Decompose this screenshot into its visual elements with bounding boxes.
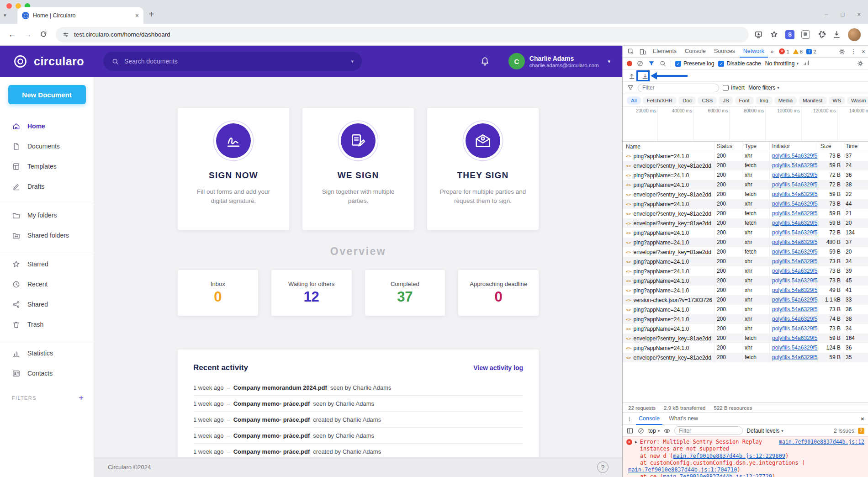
stat-card-waiting-for-others[interactable]: Waiting for others 12 xyxy=(271,270,352,316)
error-source-link[interactable]: main.7ef9010e8837d44b.js:12 xyxy=(779,439,864,445)
activity-row[interactable]: 1 week ago – Company memo- práce.pdf see… xyxy=(193,428,523,444)
network-request-row[interactable]: <>envelope/?sentry_key=81ae2dd... 200 fe… xyxy=(623,247,868,257)
devtools-tab-console[interactable]: Console xyxy=(681,46,709,58)
sidebar-item-starred[interactable]: Starred xyxy=(0,254,94,274)
network-request-row[interactable]: <>ping?appName=24.1.0 200 xhr polyfills.… xyxy=(623,276,868,286)
initiator-link[interactable]: polyfills.54a6329f5 xyxy=(772,354,817,360)
network-request-row[interactable]: <>ping?appName=24.1.0 200 xhr polyfills.… xyxy=(623,314,868,324)
initiator-link[interactable]: polyfills.54a6329f5 xyxy=(772,172,817,178)
extension-icon[interactable] xyxy=(801,30,810,39)
drawer-close-icon[interactable]: × xyxy=(861,415,864,423)
network-request-row[interactable]: <>ping?appName=24.1.0 200 xhr polyfills.… xyxy=(623,170,868,180)
new-document-button[interactable]: New Document xyxy=(8,85,86,104)
tab-close-icon[interactable]: × xyxy=(135,12,139,19)
column-type[interactable]: Type xyxy=(742,142,770,151)
user-menu[interactable]: C Charlie Adams charlie.adams@circularo.… xyxy=(508,53,610,69)
live-expression-eye-icon[interactable] xyxy=(663,427,671,435)
clear-network-log-icon[interactable] xyxy=(636,60,644,67)
devtools-menu-icon[interactable]: ⋮ xyxy=(851,48,857,55)
sidebar-item-templates[interactable]: Templates xyxy=(0,156,94,176)
network-request-row[interactable]: <>envelope/?sentry_key=81ae2dd... 200 fe… xyxy=(623,161,868,170)
network-request-row[interactable]: <>ping?appName=24.1.0 200 xhr polyfills.… xyxy=(623,266,868,276)
initiator-link[interactable]: polyfills.54a6329f5 xyxy=(772,229,817,236)
sign-card-sign-now[interactable]: SIGN NOW Fill out forms and add your dig… xyxy=(178,108,289,230)
filter-pill-wasm[interactable]: Wasm xyxy=(847,96,868,105)
network-request-row[interactable]: <>envelope/?sentry_key=81ae2dd... 200 fe… xyxy=(623,353,868,362)
filter-pill-font[interactable]: Font xyxy=(735,96,754,105)
filter-pill-manifest[interactable]: Manifest xyxy=(799,96,826,105)
help-button[interactable]: ? xyxy=(597,461,609,473)
preserve-log-checkbox[interactable]: ✓Preserve log xyxy=(675,60,714,67)
filter-funnel-icon[interactable] xyxy=(648,60,655,67)
column-size[interactable]: Size xyxy=(818,142,843,151)
stat-card-inbox[interactable]: Inbox 0 xyxy=(178,270,258,316)
sidebar-item-drafts[interactable]: Drafts xyxy=(0,176,94,196)
record-network-log-button[interactable] xyxy=(627,61,632,66)
throttling-dropdown[interactable]: No throttling▾ xyxy=(765,60,799,67)
network-request-row[interactable]: <>ping?appName=24.1.0 200 xhr polyfills.… xyxy=(623,324,868,334)
tab-search-chevron-icon[interactable]: ▾ xyxy=(4,12,6,18)
network-request-row[interactable]: <>ping?appName=24.1.0 200 xhr polyfills.… xyxy=(623,151,868,161)
devtools-settings-gear-icon[interactable] xyxy=(838,48,846,55)
notifications-bell-icon[interactable] xyxy=(480,56,490,67)
view-activity-log-link[interactable]: View activity log xyxy=(473,364,523,371)
activity-row[interactable]: 1 week ago – Company memo- práce.pdf see… xyxy=(193,396,523,412)
network-filter-input[interactable] xyxy=(638,84,719,92)
filter-pill-css[interactable]: CSS xyxy=(698,96,717,105)
stack-frame-link[interactable]: main.7ef9010e8837d44b.js:1:704710 xyxy=(628,466,737,473)
clear-console-icon[interactable] xyxy=(637,427,645,435)
initiator-link[interactable]: polyfills.54a6329f5 xyxy=(772,287,817,293)
more-tabs-icon[interactable]: » xyxy=(769,48,776,55)
network-settings-gear-icon[interactable] xyxy=(857,60,864,67)
warning-badge[interactable]: 8 xyxy=(793,49,803,54)
drawer-tab-console[interactable]: Console xyxy=(636,413,662,425)
expand-triangle-icon[interactable]: ▶ xyxy=(635,440,637,444)
network-request-row[interactable]: <>ping?appName=24.1.0 200 xhr polyfills.… xyxy=(623,180,868,190)
log-levels-dropdown[interactable]: Default levels▾ xyxy=(746,428,783,434)
address-bar[interactable]: test.circularo.com/home/dashboard xyxy=(56,27,749,42)
activity-row[interactable]: 1 week ago – Company memorandum 2024.pdf… xyxy=(193,380,523,396)
initiator-link[interactable]: polyfills.54a6329f5 xyxy=(772,316,817,322)
import-har-icon[interactable] xyxy=(627,71,637,80)
filter-pill-fetch-xhr[interactable]: Fetch/XHR xyxy=(643,96,677,105)
sign-card-we-sign[interactable]: WE SIGN Sign together with multiple part… xyxy=(302,108,414,230)
initiator-link[interactable]: polyfills.54a6329f5 xyxy=(772,344,817,351)
network-request-row[interactable]: <>envelope/?sentry_key=81ae2dd... 200 fe… xyxy=(623,334,868,343)
devtools-tab-network[interactable]: Network xyxy=(740,46,768,58)
back-button[interactable]: ← xyxy=(5,28,19,42)
issues-counter[interactable]: 2 Issues: 2 xyxy=(834,428,864,434)
network-timeline[interactable]: 20000 ms40000 ms60000 ms80000 ms100000 m… xyxy=(623,107,868,142)
initiator-link[interactable]: polyfills.54a6329f5 xyxy=(772,335,817,341)
initiator-link[interactable]: polyfills.54a6329f5 xyxy=(772,325,817,332)
console-filter-input[interactable] xyxy=(674,426,743,435)
sidebar-item-shared[interactable]: Shared xyxy=(0,294,94,314)
initiator-link[interactable]: polyfills.54a6329f5 xyxy=(772,277,817,284)
initiator-link[interactable]: polyfills.54a6329f5 xyxy=(772,239,817,245)
network-request-row[interactable]: <>ping?appName=24.1.0 200 xhr polyfills.… xyxy=(623,286,868,295)
filter-pill-img[interactable]: Img xyxy=(756,96,773,105)
network-request-row[interactable]: <>ping?appName=24.1.0 200 xhr polyfills.… xyxy=(623,238,868,247)
console-context-dropdown[interactable]: top▾ xyxy=(648,428,660,434)
downloads-icon[interactable] xyxy=(832,30,841,39)
inspect-element-icon[interactable] xyxy=(625,47,636,57)
network-request-row[interactable]: <>ping?appName=24.1.0 200 xhr polyfills.… xyxy=(623,257,868,266)
extension-s-icon[interactable]: S xyxy=(785,30,794,39)
initiator-link[interactable]: polyfills.54a6329f5 xyxy=(772,201,817,207)
sidebar-item-shared-folders[interactable]: Shared folders xyxy=(0,225,94,245)
issues-badge-top[interactable]: !2 xyxy=(806,49,816,54)
console-error-message[interactable]: × ▶ Error: Multiple Sentry Session Repla… xyxy=(623,437,868,477)
drawer-tab-whats-new[interactable]: What's new xyxy=(666,413,701,425)
user-menu-chevron-icon[interactable]: ▾ xyxy=(608,58,610,64)
network-search-icon[interactable] xyxy=(659,60,667,67)
invert-checkbox[interactable]: Invert xyxy=(723,85,745,91)
sign-card-they-sign[interactable]: THEY SIGN Prepare for multiple parties a… xyxy=(427,108,539,230)
forward-button[interactable]: → xyxy=(21,28,35,42)
devtools-close-icon[interactable]: × xyxy=(862,48,865,55)
bookmark-star-icon[interactable] xyxy=(770,30,778,39)
initiator-link[interactable]: polyfills.54a6329f5 xyxy=(772,306,817,313)
initiator-link[interactable]: polyfills.54a6329f5 xyxy=(772,162,817,169)
export-har-icon[interactable] xyxy=(640,71,650,80)
initiator-link[interactable]: polyfills.54a6329f5 xyxy=(772,297,817,303)
sidebar-item-contacts[interactable]: Contacts xyxy=(0,363,94,383)
reload-button[interactable] xyxy=(37,28,50,42)
